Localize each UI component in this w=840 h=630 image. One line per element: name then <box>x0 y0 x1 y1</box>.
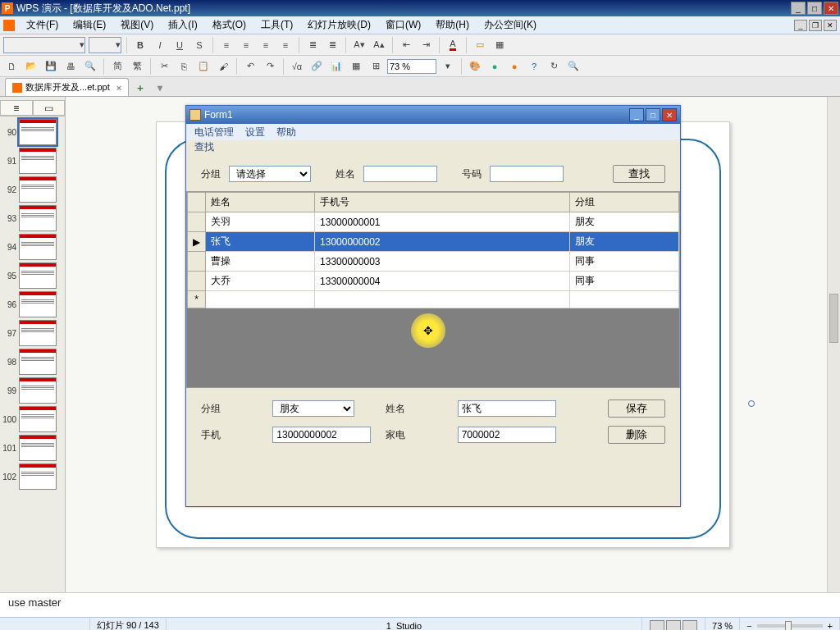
copy-button[interactable]: ⎘ <box>176 58 192 75</box>
align-right-button[interactable]: ≡ <box>258 37 274 53</box>
search-find-button[interactable]: 查找 <box>613 165 665 183</box>
new-doc-button[interactable]: 🗋 <box>3 58 20 75</box>
grid-col-name[interactable]: 姓名 <box>206 193 315 212</box>
notes-pane[interactable]: use master <box>0 592 840 617</box>
indent-increase-button[interactable]: ⇥ <box>418 37 434 53</box>
menu-tools[interactable]: 工具(T) <box>258 16 296 34</box>
font-color-button[interactable]: A <box>445 37 461 53</box>
status-draw-tools[interactable] <box>0 618 90 630</box>
form1-submenu[interactable]: 查找 <box>186 140 680 155</box>
align-left-button[interactable]: ≡ <box>218 37 235 53</box>
lang-simp-button[interactable]: 简 <box>109 58 126 75</box>
grid-row[interactable]: 关羽13000000001朋友 <box>188 212 679 232</box>
refresh-button[interactable]: ↻ <box>546 58 562 75</box>
web-button[interactable]: ● <box>486 58 503 75</box>
slideshow-view-button[interactable] <box>682 620 697 631</box>
format-painter-button[interactable]: 🖌 <box>215 58 231 75</box>
align-justify-button[interactable]: ≡ <box>277 37 294 53</box>
form1-menu-help[interactable]: 帮助 <box>276 126 296 139</box>
zoom-input[interactable] <box>387 59 436 74</box>
menu-insert[interactable]: 插入(I) <box>165 16 200 34</box>
maximize-button[interactable]: □ <box>807 2 822 15</box>
zoom-in-icon[interactable]: + <box>828 621 833 631</box>
print-button[interactable]: 🖶 <box>62 58 79 75</box>
decrease-font-button[interactable]: A▾ <box>351 37 368 53</box>
media-button[interactable]: ● <box>506 58 523 75</box>
outline-tab[interactable]: ≡ <box>0 100 33 116</box>
save-button[interactable]: 💾 <box>43 58 59 75</box>
thumbnail-99[interactable]: 99 <box>2 377 63 404</box>
thumbnail-98[interactable]: 98 <box>2 349 63 375</box>
cut-button[interactable]: ✂ <box>156 58 172 75</box>
italic-button[interactable]: I <box>152 37 168 53</box>
slides-tab[interactable]: ▭ <box>33 100 66 116</box>
form1-menu-settings[interactable]: 设置 <box>245 126 265 139</box>
layout-button[interactable]: ▦ <box>491 37 508 53</box>
zoom-out-icon[interactable]: − <box>746 621 751 631</box>
grid-col-group[interactable]: 分组 <box>569 193 678 212</box>
menu-window[interactable]: 窗口(W) <box>382 16 424 34</box>
open-button[interactable]: 📂 <box>23 58 39 75</box>
color-scheme-button[interactable]: 🎨 <box>467 58 483 75</box>
grid-col-phone[interactable]: 手机号 <box>315 193 570 212</box>
font-family-dropdown[interactable]: ▾ <box>3 37 85 53</box>
menu-help[interactable]: 帮助(H) <box>432 16 472 34</box>
thumbnail-97[interactable]: 97 <box>2 320 63 346</box>
search-number-input[interactable] <box>490 166 564 182</box>
menu-format[interactable]: 格式(O) <box>209 16 249 34</box>
thumbnail-90[interactable]: 90 <box>2 119 63 145</box>
selection-handle[interactable] <box>748 400 755 407</box>
detail-delete-button[interactable]: 删除 <box>608 426 665 444</box>
detail-group-select[interactable]: 朋友 <box>272 400 354 417</box>
underline-button[interactable]: U <box>171 37 188 53</box>
grid-button[interactable]: ⊞ <box>368 58 384 75</box>
zoom-dropdown[interactable]: ▾ <box>440 58 456 75</box>
form1-close-button[interactable]: ✕ <box>662 108 677 121</box>
table-button[interactable]: ▦ <box>348 58 364 75</box>
undo-button[interactable]: ↶ <box>242 58 258 75</box>
form1-minimize-button[interactable]: _ <box>629 108 644 121</box>
grid-row[interactable]: 曹操13300000003同事 <box>188 252 679 272</box>
form1-titlebar[interactable]: Form1 _ □ ✕ <box>186 106 680 124</box>
sorter-view-button[interactable] <box>666 620 681 631</box>
font-size-dropdown[interactable]: ▾ <box>89 37 121 53</box>
bullets-button[interactable]: ≣ <box>304 37 321 53</box>
grid-new-row[interactable]: * <box>188 291 679 308</box>
detail-save-button[interactable]: 保存 <box>608 399 665 418</box>
grid-row[interactable]: ▶张飞13000000002朋友 <box>188 232 679 252</box>
search-name-input[interactable] <box>363 166 437 182</box>
menu-slideshow[interactable]: 幻灯片放映(D) <box>304 16 374 34</box>
normal-view-button[interactable] <box>650 620 664 631</box>
doc-restore-button[interactable]: ❐ <box>809 20 822 31</box>
grid-corner[interactable] <box>188 193 206 212</box>
thumbnail-102[interactable]: 102 <box>2 463 63 490</box>
menu-office[interactable]: 办公空间(K) <box>481 16 540 34</box>
document-tab[interactable]: 数据库开发及...et.ppt × <box>5 78 129 96</box>
doc-close-button[interactable]: ✕ <box>824 20 837 31</box>
new-tab-button[interactable]: ＋ <box>132 80 148 96</box>
status-zoom-slider[interactable]: − + <box>740 618 840 630</box>
chart-button[interactable]: 📊 <box>328 58 345 75</box>
hyperlink-button[interactable]: 🔗 <box>308 58 325 75</box>
thumbnail-93[interactable]: 93 <box>2 205 63 231</box>
close-button[interactable]: ✕ <box>824 2 838 15</box>
thumbnail-96[interactable]: 96 <box>2 291 63 317</box>
tab-list-button[interactable]: ▾ <box>152 80 168 96</box>
thumbnail-92[interactable]: 92 <box>2 176 63 203</box>
status-zoom[interactable]: 73 % <box>705 618 740 630</box>
numbering-button[interactable]: ≣ <box>324 37 340 53</box>
new-slide-button[interactable]: ▭ <box>472 37 488 53</box>
detail-name-input[interactable] <box>458 400 556 417</box>
menu-edit[interactable]: 编辑(E) <box>70 16 109 34</box>
menu-view[interactable]: 视图(V) <box>117 16 157 34</box>
increase-font-button[interactable]: A▴ <box>371 37 387 53</box>
thumbnail-101[interactable]: 101 <box>2 435 63 461</box>
thumbnail-91[interactable]: 91 <box>2 148 63 174</box>
redo-button[interactable]: ↷ <box>262 58 278 75</box>
equation-button[interactable]: √α <box>289 58 305 75</box>
bold-button[interactable]: B <box>132 37 148 53</box>
lang-trad-button[interactable]: 繁 <box>129 58 145 75</box>
detail-mobile-input[interactable] <box>272 427 371 443</box>
align-center-button[interactable]: ≡ <box>238 37 254 53</box>
menu-file[interactable]: 文件(F) <box>23 16 62 34</box>
